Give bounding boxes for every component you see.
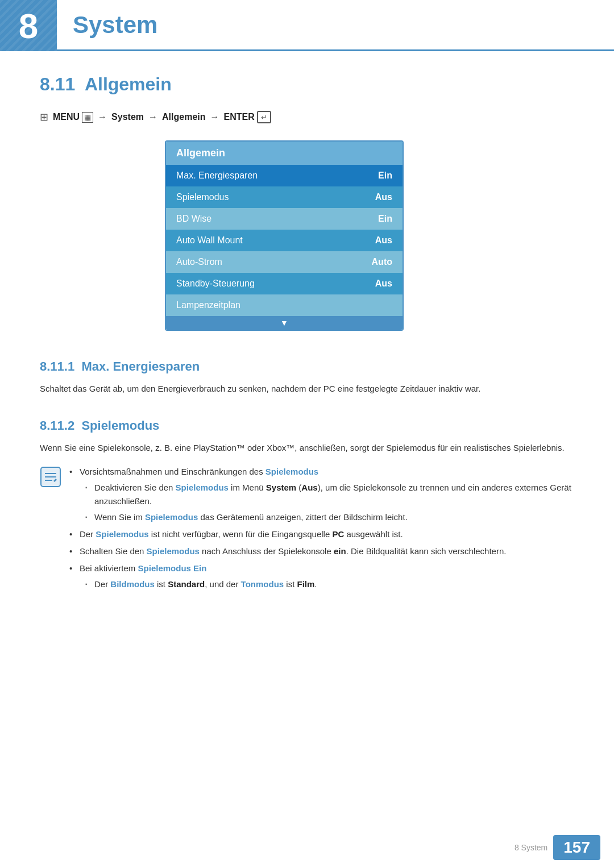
chapter-title-block: System [57,0,614,51]
arrow1: → [98,112,107,122]
enter-key-icon [257,111,271,123]
menu-row-autostrom[interactable]: Auto-Strom Auto [166,251,403,273]
spielemodus-bold-5: Spielemodus [147,546,200,556]
section-heading: 8.11 Allgemein [40,74,574,95]
aus-bold: Aus [301,483,317,492]
list-item-3: Schalten Sie den Spielemodus nach Anschl… [69,545,574,558]
sub-heading-812: 8.11.2 Spielemodus [40,418,574,433]
sub811-body: Schaltet das Gerät ab, um den Energiever… [40,382,574,396]
bullet-list: Vorsichtsmaßnahmen und Einschränkungen d… [69,465,574,591]
breadcrumb: ⊞ MENU ▦ → System → Allgemein → ENTER [40,111,574,123]
note-list-content: Vorsichtsmaßnahmen und Einschränkungen d… [69,465,574,595]
list-item-1-text: Vorsichtsmaßnahmen und Einschränkungen d… [80,467,318,476]
menu-row-spielemodus[interactable]: Spielemodus Aus [166,186,403,208]
menu-row-standby-value: Aus [375,279,392,289]
section-number: 8.11 [40,74,75,94]
menu-row-max-energy[interactable]: Max. Energiesparen Ein [166,165,403,186]
menu-row-autostrom-label: Auto-Strom [176,257,372,267]
chapter-number: 8 [19,6,38,46]
menu-label: MENU [53,112,80,122]
pc-bold-1: PC [332,529,344,539]
menu-more-indicator: ▼ [166,316,403,330]
menu-row-autowallmount[interactable]: Auto Wall Mount Aus [166,230,403,251]
footer-label: 8 System [515,843,547,852]
menu-row-standby[interactable]: Standby-Steuerung Aus [166,273,403,294]
film-bold: Film [297,579,314,589]
menu-row-bdwise-label: BD Wise [176,214,378,224]
list-item-4: Bei aktiviertem Spielemodus Ein Der Bild… [69,562,574,591]
menu-icon: ⊞ [40,111,48,123]
menu-row-autostrom-value: Auto [372,257,392,267]
footer-page-number: 157 [553,835,600,860]
spielemodus-bold-3: Spielemodus [145,512,198,522]
menu-row-max-energy-label: Max. Energiesparen [176,171,378,181]
arrow3: → [210,112,219,122]
menu-row-autowallmount-label: Auto Wall Mount [176,235,375,246]
menu-dialog: Allgemein Max. Energiesparen Ein Spielem… [165,140,404,331]
spielemodus-bold-1: Spielemodus [265,467,318,476]
grid-icon: ▦ [82,112,93,123]
menu-row-bdwise[interactable]: BD Wise Ein [166,208,403,230]
sub812-number: 8.11.2 [40,418,74,433]
tonmodus-bold: Tonmodus [241,579,284,589]
nav-allgemein: Allgemein [162,112,205,122]
menu-row-spielemodus-label: Spielemodus [176,192,375,202]
sub811-title: Max. Energiesparen [81,359,200,373]
menu-row-bdwise-value: Ein [378,214,392,224]
spielemodus-bold-2: Spielemodus [176,483,229,492]
spielemodus-bold-4: Spielemodus [96,529,148,539]
sub-heading-811: 8.11.1 Max. Energiesparen [40,359,574,374]
sub-list-item-4-1: Der Bildmodus ist Standard, und der Tonm… [85,578,574,591]
sub-list-item-1-1: Deaktivieren Sie den Spielemodus im Menü… [85,481,574,508]
sub811-number: 8.11.1 [40,359,74,373]
note-icon [40,466,61,488]
sub-list-4: Der Bildmodus ist Standard, und der Tonm… [85,578,574,591]
menu-row-lampe-label: Lampenzeitplan [176,300,392,310]
system-bold: System [266,483,296,492]
chapter-number-block: 8 [0,0,57,51]
list-item-1: Vorsichtsmaßnahmen und Einschränkungen d… [69,465,574,524]
ein-bold: ein [334,546,346,556]
footer: 8 System 157 [0,827,614,868]
chapter-title: System [73,11,157,39]
menu-row-max-energy-value: Ein [378,171,392,181]
sub-list-item-1-2: Wenn Sie im Spielemodus das Gerätemenü a… [85,510,574,524]
menu-row-lampe[interactable]: Lampenzeitplan [166,294,403,316]
arrow2: → [148,112,157,122]
nav-enter: ENTER [224,112,255,122]
menu-row-spielemodus-value: Aus [375,192,392,202]
list-item-2: Der Spielemodus ist nicht verfügbar, wen… [69,528,574,541]
nav-system: System [111,112,144,122]
spielemodus-ein-bold: Spielemodus Ein [138,563,207,573]
sub-list-1: Deaktivieren Sie den Spielemodus im Menü… [85,481,574,524]
bildmodus-bold: Bildmodus [110,579,155,589]
main-content: 8.11 Allgemein ⊞ MENU ▦ → System → Allge… [0,51,614,629]
menu-row-standby-label: Standby-Steuerung [176,279,375,289]
menu-row-autowallmount-value: Aus [375,235,392,246]
sub812-title: Spielemodus [81,418,159,433]
note-block: Vorsichtsmaßnahmen und Einschränkungen d… [40,465,574,595]
dialog-title: Allgemein [166,142,403,165]
section-title: Allgemein [85,74,172,94]
header: 8 System [0,0,614,51]
sub812-body: Wenn Sie eine Spielekonsole, z. B. eine … [40,441,574,455]
standard-bold: Standard [168,579,205,589]
